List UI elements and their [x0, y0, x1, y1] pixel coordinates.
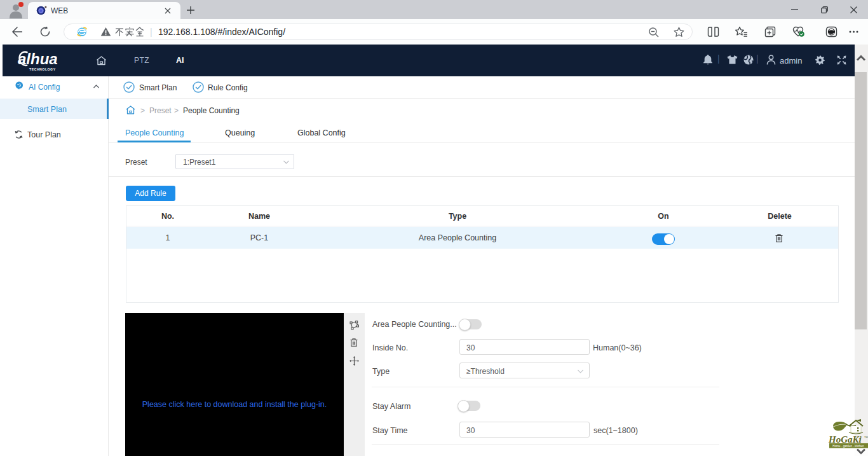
svg-text:Home - garden - kitchen: Home - garden - kitchen [832, 445, 864, 448]
svg-text:HoGaKi: HoGaKi [828, 434, 862, 445]
svg-text:TECHNOLOGY: TECHNOLOGY [29, 67, 56, 71]
svg-text:TM: TM [864, 436, 868, 439]
